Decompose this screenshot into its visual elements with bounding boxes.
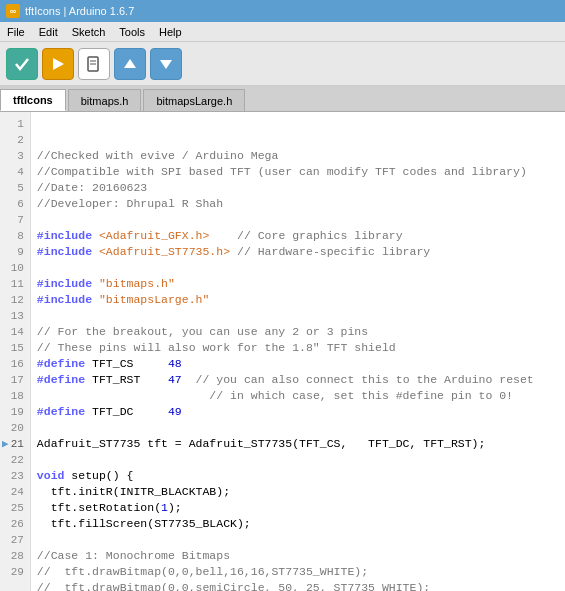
tab-bitmaps-h[interactable]: bitmaps.h	[68, 89, 142, 111]
code-line-4: //Developer: Dhrupal R Shah	[37, 196, 559, 212]
menu-item-help[interactable]: Help	[156, 25, 185, 39]
open-button[interactable]	[114, 48, 146, 80]
code-line-17: #define TFT_DC 49	[37, 404, 559, 420]
line-number-4: 4	[2, 164, 28, 180]
code-line-23: tft.setRotation(1);	[37, 500, 559, 516]
toolbar	[0, 42, 565, 86]
code-line-16: // in which case, set this #define pin t…	[37, 388, 559, 404]
line-number-26: 26	[2, 516, 28, 532]
line-number-21: ▶21	[2, 436, 28, 452]
code-line-15: #define TFT_RST 47 // you can also conne…	[37, 372, 559, 388]
code-area[interactable]: //Checked with evive / Arduino Mega//Com…	[31, 112, 565, 591]
code-line-9: #include "bitmaps.h"	[37, 276, 559, 292]
code-line-18	[37, 420, 559, 436]
save-button[interactable]	[150, 48, 182, 80]
line-number-28: 28	[2, 548, 28, 564]
line-number-25: 25	[2, 500, 28, 516]
code-line-24: tft.fillScreen(ST7735_BLACK);	[37, 516, 559, 532]
code-line-26: //Case 1: Monochrome Bitmaps	[37, 548, 559, 564]
tab-bitmapsLarge-h[interactable]: bitmapsLarge.h	[143, 89, 245, 111]
menu-item-edit[interactable]: Edit	[36, 25, 61, 39]
menu-item-tools[interactable]: Tools	[116, 25, 148, 39]
code-line-6: #include <Adafruit_GFX.h> // Core graphi…	[37, 228, 559, 244]
line-number-16: 16	[2, 356, 28, 372]
title-bar: ∞ tftIcons | Arduino 1.6.7	[0, 0, 565, 22]
line-number-18: 18	[2, 388, 28, 404]
line-number-22: 22	[2, 452, 28, 468]
line-number-29: 29	[2, 564, 28, 580]
tab-tftIcons[interactable]: tftIcons	[0, 89, 66, 111]
line-number-20: 20	[2, 420, 28, 436]
app-icon: ∞	[6, 4, 20, 18]
svg-marker-4	[124, 59, 136, 68]
line-number-14: 14	[2, 324, 28, 340]
code-line-20	[37, 452, 559, 468]
menu-item-file[interactable]: File	[4, 25, 28, 39]
code-line-25	[37, 532, 559, 548]
tabs-bar: tftIconsbitmaps.hbitmapsLarge.h	[0, 86, 565, 112]
svg-marker-0	[53, 58, 64, 70]
upload-button[interactable]	[42, 48, 74, 80]
code-line-3: //Date: 20160623	[37, 180, 559, 196]
line-number-5: 5	[2, 180, 28, 196]
code-line-2: //Compatible with SPI based TFT (user ca…	[37, 164, 559, 180]
line-number-27: 27	[2, 532, 28, 548]
line-number-1: 1	[2, 116, 28, 132]
line-number-12: 12	[2, 292, 28, 308]
new-button[interactable]	[78, 48, 110, 80]
line-number-7: 7	[2, 212, 28, 228]
line-number-15: 15	[2, 340, 28, 356]
code-line-8	[37, 260, 559, 276]
code-line-7: #include <Adafruit_ST7735.h> // Hardware…	[37, 244, 559, 260]
line-number-17: 17	[2, 372, 28, 388]
code-line-21: void setup() {	[37, 468, 559, 484]
menu-bar: FileEditSketchToolsHelp	[0, 22, 565, 42]
line-number-9: 9	[2, 244, 28, 260]
line-number-11: 11	[2, 276, 28, 292]
line-number-19: 19	[2, 404, 28, 420]
code-line-13: // These pins will also work for the 1.8…	[37, 340, 559, 356]
line-numbers: 1234567891011121314151617181920▶21222324…	[0, 112, 31, 591]
code-line-12: // For the breakout, you can use any 2 o…	[37, 324, 559, 340]
verify-button[interactable]	[6, 48, 38, 80]
code-line-1: //Checked with evive / Arduino Mega	[37, 148, 559, 164]
code-line-11	[37, 308, 559, 324]
window-title: tftIcons | Arduino 1.6.7	[25, 5, 134, 17]
editor[interactable]: 1234567891011121314151617181920▶21222324…	[0, 112, 565, 591]
svg-marker-5	[160, 60, 172, 69]
code-line-5	[37, 212, 559, 228]
line-number-10: 10	[2, 260, 28, 276]
line-number-24: 24	[2, 484, 28, 500]
line-number-3: 3	[2, 148, 28, 164]
code-line-10: #include "bitmapsLarge.h"	[37, 292, 559, 308]
line-number-6: 6	[2, 196, 28, 212]
code-line-22: tft.initR(INITR_BLACKTAB);	[37, 484, 559, 500]
code-line-19: Adafruit_ST7735 tft = Adafruit_ST7735(TF…	[37, 436, 559, 452]
line-number-23: 23	[2, 468, 28, 484]
code-line-27: // tft.drawBitmap(0,0,bell,16,16,ST7735_…	[37, 564, 559, 580]
code-line-14: #define TFT_CS 48	[37, 356, 559, 372]
code-line-28: // tft.drawBitmap(0,0,semiCircle, 50, 25…	[37, 580, 559, 591]
line-number-8: 8	[2, 228, 28, 244]
line-number-2: 2	[2, 132, 28, 148]
line-number-13: 13	[2, 308, 28, 324]
menu-item-sketch[interactable]: Sketch	[69, 25, 109, 39]
